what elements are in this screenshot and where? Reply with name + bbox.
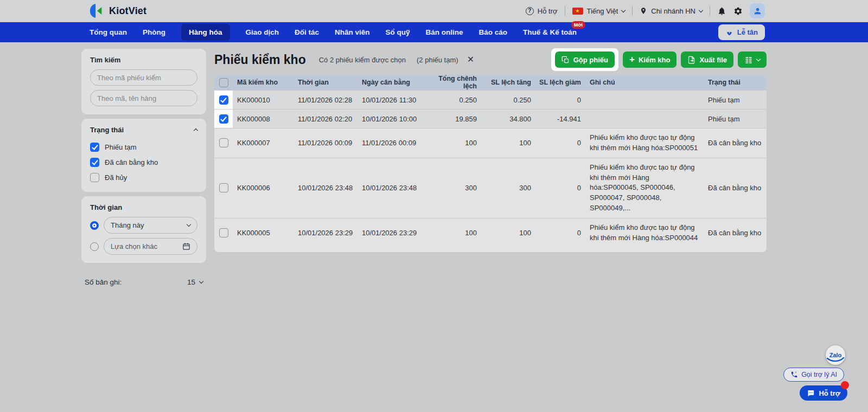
language-selector[interactable]: ★ Tiếng Việt — [572, 7, 626, 15]
stocktake-button[interactable]: + Kiểm kho — [623, 52, 676, 68]
reception-icon — [725, 28, 733, 36]
column-header-ngay-can-bang[interactable]: Ngày cân bằng — [358, 79, 424, 86]
time-panel-title: Thời gian — [90, 203, 197, 211]
merge-button[interactable]: Gộp phiếu — [555, 52, 615, 68]
status-checkbox[interactable] — [90, 173, 99, 182]
ai-call-label: Gọi trợ lý AI — [801, 371, 837, 378]
table-row[interactable]: KK00000610/01/2026 23:4810/01/2026 23:48… — [214, 158, 767, 218]
cell-qty-decrease: 0 — [537, 184, 586, 192]
nav-item-label: Giao dịch — [246, 28, 279, 36]
cell-total-diff: 19.859 — [424, 115, 482, 123]
table-row[interactable]: KK00000510/01/2026 23:2910/01/2026 23:29… — [214, 218, 767, 248]
records-select[interactable]: 15 — [187, 278, 203, 286]
cell-code: KK000006 — [233, 184, 293, 192]
row-checkbox[interactable] — [219, 138, 228, 147]
row-checkbox[interactable] — [219, 114, 228, 124]
nav-item-phong[interactable]: Phòng — [143, 28, 165, 36]
row-checkbox[interactable] — [219, 95, 228, 105]
cell-status: Đã cân bằng kho — [700, 229, 767, 237]
chevron-down-icon — [756, 56, 761, 61]
nav-item-tong-quan[interactable]: Tổng quan — [90, 28, 127, 36]
time-preset-value: Tháng này — [111, 221, 144, 229]
search-panel-title: Tìm kiếm — [90, 56, 197, 64]
cell-note — [586, 95, 700, 104]
nav-item-label: Tổng quan — [90, 28, 127, 36]
time-preset-radio[interactable] — [90, 221, 99, 230]
nav-item-nhan-vien[interactable]: Nhân viên — [335, 28, 370, 36]
export-file-icon — [687, 56, 695, 64]
cell-qty-increase: 100 — [482, 229, 537, 237]
time-preset-select[interactable]: Tháng này — [104, 217, 197, 234]
table-row[interactable]: KK00001011/01/2026 02:2810/01/2026 11:30… — [214, 90, 767, 109]
export-button[interactable]: Xuất file — [681, 52, 733, 68]
column-header-ma-kiem-kho[interactable]: Mã kiểm kho — [233, 79, 293, 86]
collapse-chevron-icon[interactable] — [194, 128, 198, 133]
time-panel: Thời gian Tháng này Lựa chọn khác — [81, 196, 206, 263]
status-option-da-huy[interactable]: Đã hủy — [90, 170, 197, 185]
stocktake-button-label: Kiểm kho — [639, 56, 671, 64]
settings-button[interactable] — [733, 7, 743, 16]
time-custom-row: Lựa chọn khác — [90, 238, 197, 255]
topbar-divider — [710, 6, 710, 16]
merge-button-spotlight: Gộp phiếu — [551, 48, 618, 71]
column-header-ghi-chu[interactable]: Ghi chú — [586, 75, 700, 92]
column-header-trang-thai[interactable]: Trạng thái — [700, 79, 767, 86]
cell-time: 10/01/2026 23:48 — [293, 184, 358, 192]
nav-item-ban-online[interactable]: Bán online — [426, 28, 463, 36]
table-row[interactable]: KK00000811/01/2026 02:2010/01/2026 10:00… — [214, 109, 767, 128]
help-icon: ? — [526, 7, 534, 15]
nav-item-hang-hoa[interactable]: Hàng hóa — [181, 24, 230, 41]
user-avatar[interactable] — [750, 3, 765, 18]
nav-item-doi-tac[interactable]: Đối tác — [295, 28, 319, 36]
cell-balance-date: 11/01/2026 00:09 — [358, 139, 424, 147]
row-checkbox-cell — [214, 158, 233, 218]
help-menu[interactable]: ? Hỗ trợ — [526, 7, 558, 15]
search-item-input[interactable] — [90, 90, 197, 106]
nav-item-so-quy[interactable]: Sổ quỹ — [386, 28, 410, 36]
cell-code: KK000008 — [233, 115, 293, 123]
cell-note: Phiếu kiểm kho được tạo tự động khi thêm… — [586, 218, 700, 248]
nav-item-label: Phòng — [143, 28, 165, 36]
cell-qty-increase: 0.250 — [482, 96, 537, 104]
records-label: Số bản ghi: — [85, 278, 122, 286]
cell-balance-date: 10/01/2026 11:30 — [358, 96, 424, 104]
status-option-label: Đã cân bằng kho — [105, 158, 158, 166]
language-label: Tiếng Việt — [587, 7, 618, 15]
row-checkbox[interactable] — [219, 228, 228, 237]
column-header-tong-chenh-lech[interactable]: Tổng chênh lệch — [424, 75, 482, 90]
column-header-sl-lech-tang[interactable]: SL lệch tăng — [482, 79, 537, 86]
cell-time: 11/01/2026 02:28 — [293, 96, 358, 104]
cell-qty-decrease: -14.941 — [537, 115, 586, 123]
support-button[interactable]: Hỗ trợ — [800, 385, 847, 401]
zalo-button[interactable]: Zalo — [826, 345, 845, 365]
status-checkbox[interactable] — [90, 158, 99, 167]
reception-button[interactable]: Lễ tân — [718, 24, 765, 40]
header-checkbox-cell — [214, 75, 233, 90]
time-preset-row: Tháng này — [90, 217, 197, 234]
nav-item-thue-ke-toan[interactable]: Thuế & Kế toánMới — [523, 28, 577, 36]
branch-selector[interactable]: Chi nhánh HN — [640, 7, 703, 15]
nav-item-giao-dich[interactable]: Giao dịch — [246, 28, 279, 36]
notifications-button[interactable] — [717, 7, 726, 16]
table-row[interactable]: KK00000711/01/2026 00:0911/01/2026 00:09… — [214, 128, 767, 158]
cell-qty-increase: 100 — [482, 139, 537, 147]
table-header-row: Mã kiểm khoThời gianNgày cân bằngTổng ch… — [214, 75, 767, 90]
time-custom-radio[interactable] — [90, 242, 99, 251]
columns-button[interactable] — [738, 52, 767, 68]
gear-icon — [733, 7, 743, 16]
time-custom-select[interactable]: Lựa chọn khác — [104, 238, 197, 255]
select-all-checkbox[interactable] — [219, 78, 228, 87]
column-header-sl-lech-giam[interactable]: SL lệch giảm — [537, 79, 586, 86]
search-code-input[interactable] — [90, 69, 197, 86]
status-option-da-can-bang-kho[interactable]: Đã cân bằng kho — [90, 154, 197, 170]
column-header-thoi-gian[interactable]: Thời gian — [293, 79, 358, 86]
page-header: Phiếu kiểm kho Có 2 phiếu kiểm được chọn… — [214, 49, 767, 70]
nav-item-bao-cao[interactable]: Báo cáo — [479, 28, 508, 36]
search-panel: Tìm kiếm — [81, 49, 206, 114]
ai-call-button[interactable]: Gọi trợ lý AI — [783, 368, 844, 382]
clear-selection-button[interactable]: ✕ — [467, 55, 474, 64]
cell-status: Phiếu tạm — [700, 96, 767, 104]
row-checkbox[interactable] — [219, 183, 228, 192]
status-checkbox[interactable] — [90, 143, 99, 152]
status-option-phieu-tam[interactable]: Phiếu tạm — [90, 139, 197, 154]
